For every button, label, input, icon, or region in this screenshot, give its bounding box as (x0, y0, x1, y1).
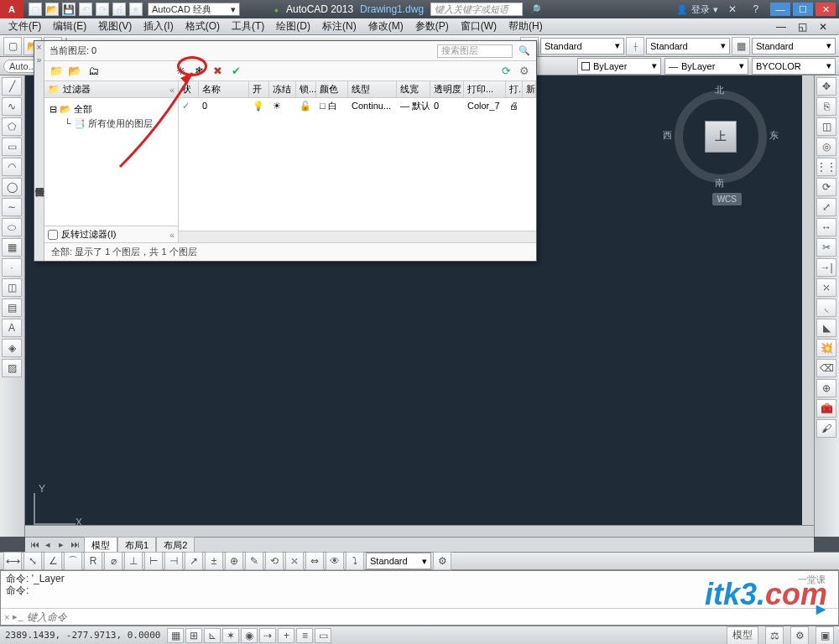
cell-status[interactable]: ✓ (179, 101, 199, 112)
scale-icon[interactable]: ⤢ (816, 198, 836, 216)
filter-tree[interactable]: ⊟ 📂 全部 └ 📑 所有使用的图层 (44, 98, 178, 226)
compass-east[interactable]: 东 (769, 129, 779, 142)
tab-last-icon[interactable]: ⏭ (69, 539, 81, 550)
dim-ordinate-icon[interactable]: ⊥ (124, 552, 143, 570)
text-icon[interactable]: A (2, 319, 22, 337)
help-icon[interactable]: ? (747, 0, 765, 18)
region-icon[interactable]: ◈ (2, 339, 22, 357)
dim-linear-icon[interactable]: ⟷ (3, 552, 22, 570)
grid-toggle[interactable]: ⊞ (185, 628, 202, 643)
matchprop-icon[interactable]: 🖌 (816, 419, 836, 438)
cell-transparency[interactable]: 0 (430, 101, 464, 111)
stretch-icon[interactable]: ↔ (816, 218, 836, 236)
rotate-icon[interactable]: ⟳ (816, 178, 836, 196)
cell-color[interactable]: □ 白 (316, 100, 348, 112)
v-scrollbar[interactable] (802, 75, 814, 525)
minimize-button[interactable]: — (770, 3, 790, 16)
menu-param[interactable]: 参数(P) (410, 18, 454, 35)
dim-aligned-icon[interactable]: ⤡ (23, 552, 42, 570)
help-search[interactable]: 键入关键字或短语 (430, 3, 523, 16)
col-lock[interactable]: 锁... (296, 81, 316, 97)
annoscale-icon[interactable]: ⚖ (765, 626, 784, 645)
menu-help[interactable]: 帮助(H) (503, 18, 548, 35)
dim-radius-icon[interactable]: R (84, 552, 102, 570)
explode-icon[interactable]: 💥 (816, 339, 836, 357)
dim-continue-icon[interactable]: ⊣ (164, 552, 183, 570)
move-icon[interactable]: ✥ (816, 77, 836, 96)
new-layer-icon[interactable]: ✳ (172, 63, 189, 80)
block-icon[interactable]: ◫ (2, 278, 22, 297)
cell-plot[interactable]: 🖨 (506, 101, 523, 111)
extend-icon[interactable]: →| (816, 258, 836, 277)
palette-title[interactable]: 图层特性管理器 (34, 101, 45, 260)
ortho-toggle[interactable]: ⊾ (204, 628, 221, 643)
new-doc-icon[interactable]: ▢ (3, 37, 22, 55)
tab-first-icon[interactable]: ⏮ (29, 539, 40, 550)
point-icon[interactable]: · (2, 258, 22, 277)
menu-file[interactable]: 文件(F) (3, 18, 46, 35)
pline-icon[interactable]: ∿ (2, 97, 22, 116)
col-on[interactable]: 开 (249, 81, 269, 97)
tab-layout1[interactable]: 布局1 (117, 537, 156, 553)
collapse-icon[interactable]: « (169, 85, 175, 95)
col-color[interactable]: 颜色 (316, 81, 348, 97)
set-current-icon[interactable]: ✔ (227, 63, 244, 80)
col-status[interactable]: 状 (179, 81, 199, 97)
mirror-icon[interactable]: ◫ (816, 117, 836, 136)
delete-layer-icon[interactable]: ✖ (209, 63, 226, 80)
qp-toggle[interactable]: ▭ (315, 628, 331, 643)
dim-inspect-icon[interactable]: 👁 (326, 552, 344, 570)
cell-name[interactable]: 0 (199, 101, 249, 111)
layer-rows[interactable]: ✓ 0 💡 ☀ 🔓 □ 白 Continu... — 默认 0 Color_7 … (179, 98, 536, 231)
print-icon[interactable]: 🖨 (112, 3, 126, 16)
dim-leader-icon[interactable]: ↗ (185, 552, 203, 570)
redo-icon[interactable]: ↷ (96, 3, 109, 16)
dim-space-icon[interactable]: ⇔ (305, 552, 324, 570)
modelspace-button[interactable]: 模型 (727, 626, 758, 645)
color-dropdown[interactable]: ByLayer▾ (577, 58, 661, 75)
open-icon[interactable]: 📂 (45, 3, 59, 16)
gradient-icon[interactable]: ▨ (2, 359, 22, 377)
cell-on[interactable]: 💡 (249, 101, 269, 112)
tab-layout2[interactable]: 布局2 (156, 537, 195, 553)
polar-toggle[interactable]: ✶ (222, 628, 239, 643)
layer-search[interactable]: 搜索图层 (437, 44, 513, 58)
props-icon[interactable]: 🧰 (816, 399, 836, 418)
close-button[interactable]: ✕ (816, 3, 836, 16)
rect-icon[interactable]: ▭ (2, 138, 22, 156)
spline-icon[interactable]: ∼ (2, 198, 22, 216)
dim-diameter-icon[interactable]: ⌀ (104, 552, 122, 570)
menu-dimension[interactable]: 标注(N) (317, 18, 362, 35)
command-history[interactable]: 命令: '_Layer 命令: (1, 571, 838, 608)
cell-freeze[interactable]: ☀ (269, 101, 296, 112)
fillet-icon[interactable]: ◟ (816, 299, 836, 317)
chamfer-icon[interactable]: ◣ (816, 319, 836, 337)
polygon-icon[interactable]: ⬠ (2, 117, 22, 136)
join-icon[interactable]: ⊕ (816, 379, 836, 397)
linetype-dropdown[interactable]: —ByLayer▾ (664, 58, 748, 75)
tree-node-used[interactable]: └ 📑 所有使用的图层 (50, 117, 173, 130)
maximize-button[interactable]: ☐ (793, 3, 813, 16)
col-lineweight[interactable]: 线宽 (397, 81, 430, 97)
menu-window[interactable]: 窗口(W) (456, 18, 502, 35)
trim-icon[interactable]: ✂ (816, 238, 836, 257)
line-icon[interactable]: ╱ (2, 77, 22, 96)
dim-baseline-icon[interactable]: ⊢ (144, 552, 163, 570)
viewcube[interactable]: 上 北 南 东 西 (666, 82, 775, 191)
menu-tools[interactable]: 工具(T) (227, 18, 269, 35)
layer-row[interactable]: ✓ 0 💡 ☀ 🔓 □ 白 Continu... — 默认 0 Color_7 … (179, 98, 536, 113)
layer-h-scrollbar[interactable] (179, 231, 536, 242)
dimstyle-dropdown[interactable]: Standard▾ (646, 38, 730, 55)
dimstyle-icon[interactable]: ⟊ (626, 37, 644, 55)
dim-break-icon[interactable]: ⤬ (285, 552, 304, 570)
col-plotstyle[interactable]: 打印... (464, 81, 506, 97)
tab-next-icon[interactable]: ▸ (55, 539, 67, 550)
ellipse-icon[interactable]: ⬭ (2, 218, 22, 236)
invert-filter-checkbox[interactable] (48, 230, 58, 240)
dimstyle-current[interactable]: Standard▾ (366, 553, 431, 569)
dropdown-icon[interactable]: ▾ (129, 3, 143, 16)
osnap-toggle[interactable]: ◉ (241, 628, 258, 643)
dim-jog-icon[interactable]: ⤵ (346, 552, 364, 570)
col-name[interactable]: 名称 (199, 81, 249, 97)
search-icon[interactable]: 🔍 (518, 45, 531, 56)
